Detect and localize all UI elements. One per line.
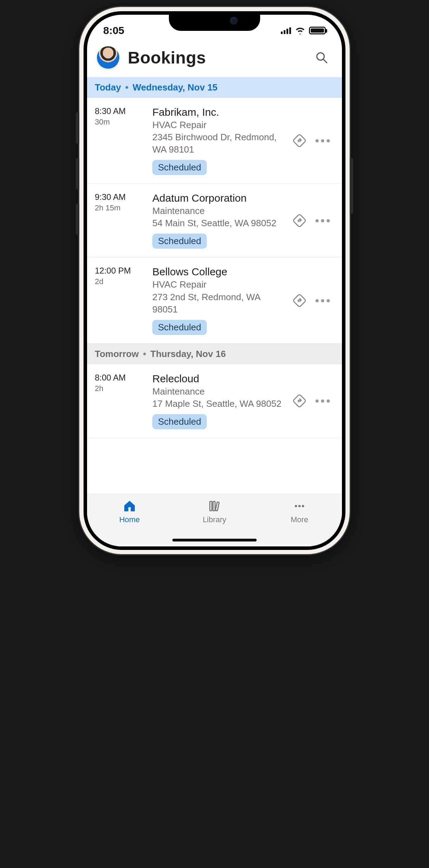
status-badge: Scheduled xyxy=(152,414,207,429)
avatar[interactable] xyxy=(97,46,119,69)
directions-icon xyxy=(292,214,306,228)
booking-customer: Relecloud xyxy=(152,373,285,385)
app-header: Bookings xyxy=(87,39,342,77)
booking-address: 54 Main St, Seattle, WA 98052 xyxy=(152,217,285,229)
svg-point-13 xyxy=(295,505,297,507)
screen: 8:05 Bookings xyxy=(87,15,342,546)
booking-info: Bellows CollegeHVAC Repair273 2nd St, Re… xyxy=(152,266,285,335)
booking-time: 8:00 AM xyxy=(95,373,147,383)
booking-row[interactable]: 8:30 AM30mFabrikam, Inc.HVAC Repair2345 … xyxy=(87,98,342,184)
svg-rect-11 xyxy=(213,502,215,511)
directions-button[interactable] xyxy=(290,291,309,310)
svg-rect-10 xyxy=(210,502,212,511)
booking-time-col: 8:30 AM30m xyxy=(95,106,147,175)
booking-customer: Fabrikam, Inc. xyxy=(152,106,285,118)
booking-time: 12:00 PM xyxy=(95,266,147,276)
svg-point-15 xyxy=(302,505,304,507)
booking-time: 8:30 AM xyxy=(95,106,147,116)
section-separator: • xyxy=(125,82,128,93)
more-button[interactable]: ••• xyxy=(314,131,333,150)
directions-button[interactable] xyxy=(290,211,309,230)
section-label: Today xyxy=(95,82,121,93)
booking-duration: 30m xyxy=(95,117,147,127)
section-header: Today•Wednesday, Nov 15 xyxy=(87,77,342,98)
svg-rect-12 xyxy=(215,502,219,511)
more-button[interactable]: ••• xyxy=(314,211,333,230)
more-icon: ••• xyxy=(315,395,332,407)
bookings-list[interactable]: Today•Wednesday, Nov 158:30 AM30mFabrika… xyxy=(87,77,342,546)
svg-rect-8 xyxy=(293,294,306,307)
booking-address: 273 2nd St, Redmond, WA 98051 xyxy=(152,291,285,316)
battery-icon xyxy=(309,27,326,34)
tab-more[interactable]: More xyxy=(257,494,342,546)
library-icon xyxy=(207,499,222,513)
section-label: Tomorrow xyxy=(95,349,139,359)
booking-customer: Bellows College xyxy=(152,266,285,278)
booking-service: Maintenance xyxy=(152,205,285,217)
more-button[interactable]: ••• xyxy=(314,291,333,310)
status-badge: Scheduled xyxy=(152,320,207,335)
more-button[interactable]: ••• xyxy=(314,391,333,410)
booking-duration: 2d xyxy=(95,277,147,286)
section-date: Thursday, Nov 16 xyxy=(150,349,226,359)
more-icon: ••• xyxy=(315,135,332,147)
booking-info: RelecloudMaintenance17 Maple St, Seattle… xyxy=(152,373,285,429)
more-icon xyxy=(292,499,306,513)
search-icon xyxy=(315,51,328,64)
section-header: Tomorrow•Thursday, Nov 16 xyxy=(87,344,342,364)
directions-button[interactable] xyxy=(290,131,309,150)
directions-icon xyxy=(292,294,306,308)
tab-label: Library xyxy=(203,515,226,524)
booking-time: 9:30 AM xyxy=(95,192,147,202)
wifi-icon xyxy=(295,27,305,34)
booking-time-col: 9:30 AM2h 15m xyxy=(95,192,147,249)
svg-rect-9 xyxy=(293,394,306,408)
status-icons xyxy=(281,27,326,34)
status-time: 8:05 xyxy=(103,25,124,36)
phone-bezel: 8:05 Bookings xyxy=(84,11,345,550)
tab-label: Home xyxy=(119,515,140,524)
booking-row[interactable]: 12:00 PM2dBellows CollegeHVAC Repair273 … xyxy=(87,257,342,343)
booking-duration: 2h xyxy=(95,384,147,393)
svg-rect-7 xyxy=(293,214,306,227)
booking-info: Adatum CorporationMaintenance54 Main St,… xyxy=(152,192,285,249)
booking-time-col: 12:00 PM2d xyxy=(95,266,147,335)
section-separator: • xyxy=(143,349,146,359)
booking-address: 17 Maple St, Seattle, WA 98052 xyxy=(152,398,285,410)
booking-address: 2345 Birchwood Dr, Redmond, WA 98101 xyxy=(152,131,285,156)
home-indicator[interactable] xyxy=(172,539,257,541)
tab-label: More xyxy=(291,515,308,524)
svg-rect-6 xyxy=(293,134,306,147)
svg-rect-0 xyxy=(281,32,283,34)
svg-line-5 xyxy=(323,59,327,63)
booking-service: HVAC Repair xyxy=(152,119,285,131)
phone-frame: 8:05 Bookings xyxy=(79,7,350,554)
svg-point-14 xyxy=(298,505,301,507)
booking-row[interactable]: 9:30 AM2h 15mAdatum CorporationMaintenan… xyxy=(87,184,342,257)
more-icon: ••• xyxy=(315,295,332,307)
status-badge: Scheduled xyxy=(152,160,207,175)
svg-rect-2 xyxy=(286,29,288,34)
device-notch xyxy=(169,11,260,31)
tab-home[interactable]: Home xyxy=(87,494,172,546)
directions-button[interactable] xyxy=(290,391,309,410)
booking-customer: Adatum Corporation xyxy=(152,192,285,204)
section-date: Wednesday, Nov 15 xyxy=(133,82,218,93)
more-icon: ••• xyxy=(315,215,332,227)
booking-row[interactable]: 8:00 AM2hRelecloudMaintenance17 Maple St… xyxy=(87,364,342,438)
booking-duration: 2h 15m xyxy=(95,203,147,213)
page-title: Bookings xyxy=(128,48,305,67)
booking-info: Fabrikam, Inc.HVAC Repair2345 Birchwood … xyxy=(152,106,285,175)
search-button[interactable] xyxy=(313,49,330,66)
svg-rect-3 xyxy=(289,27,291,34)
svg-rect-1 xyxy=(284,30,285,34)
directions-icon xyxy=(292,134,306,148)
status-badge: Scheduled xyxy=(152,234,207,249)
booking-time-col: 8:00 AM2h xyxy=(95,373,147,429)
cellular-signal-icon xyxy=(281,27,291,34)
directions-icon xyxy=(292,394,306,408)
booking-service: HVAC Repair xyxy=(152,278,285,291)
home-icon xyxy=(123,499,137,513)
booking-service: Maintenance xyxy=(152,385,285,398)
